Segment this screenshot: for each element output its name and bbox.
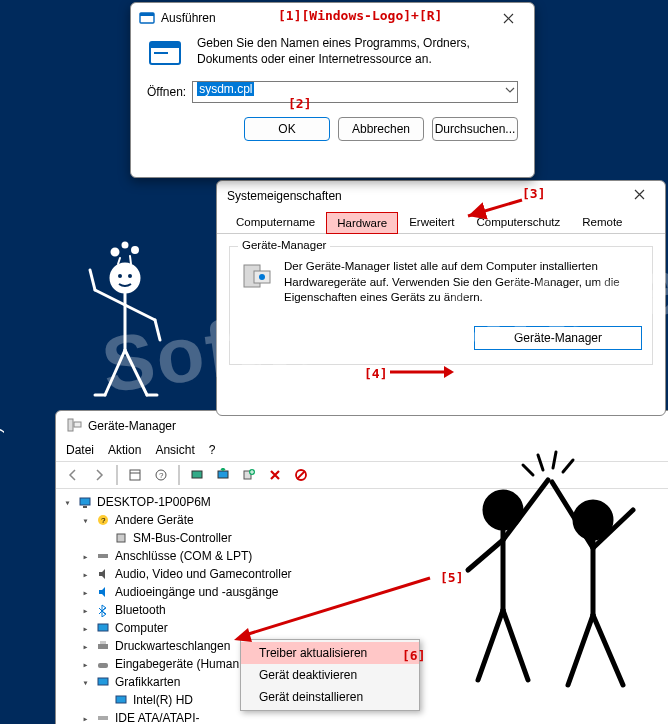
menu-ansicht[interactable]: Ansicht — [155, 443, 194, 457]
tab-computername[interactable]: Computername — [225, 211, 326, 233]
tool-properties[interactable] — [124, 465, 146, 485]
svg-rect-31 — [100, 641, 106, 644]
tool-update-driver[interactable] — [212, 465, 234, 485]
annotation-1: [1][Windows-Logo]+[R] — [278, 8, 442, 23]
svg-line-2 — [242, 578, 430, 636]
computer-icon — [77, 494, 93, 510]
svg-rect-6 — [150, 42, 180, 48]
close-button[interactable] — [623, 189, 655, 203]
svg-rect-30 — [98, 644, 108, 649]
run-description: Geben Sie den Namen eines Programms, Ord… — [197, 35, 518, 73]
svg-rect-32 — [98, 663, 108, 668]
svg-point-54 — [128, 274, 132, 278]
expand-icon[interactable]: ▸ — [80, 621, 91, 636]
menu-hilfe[interactable]: ? — [209, 443, 216, 457]
annotation-5: [5] — [440, 570, 463, 585]
svg-point-53 — [118, 274, 122, 278]
svg-rect-24 — [83, 506, 87, 508]
stick-figure-2-icon — [448, 440, 658, 700]
device-manager-button[interactable]: Geräte-Manager — [474, 326, 642, 350]
annotation-2: [2] — [288, 96, 311, 111]
svg-line-22 — [297, 471, 305, 479]
svg-line-58 — [468, 540, 503, 570]
svg-line-52 — [130, 256, 131, 264]
expand-icon[interactable]: ▸ — [80, 567, 91, 582]
annotation-6: [6] — [402, 648, 425, 663]
tool-add-device[interactable] — [238, 465, 260, 485]
svg-point-49 — [133, 248, 138, 253]
close-button[interactable] — [490, 6, 526, 30]
svg-rect-29 — [98, 624, 108, 631]
tab-hardware[interactable]: Hardware — [326, 212, 398, 234]
svg-line-67 — [538, 455, 543, 470]
expand-icon[interactable]: ▸ — [80, 639, 91, 654]
svg-line-69 — [563, 460, 573, 472]
svg-rect-13 — [130, 470, 140, 480]
group-text: Der Geräte-Manager listet alle auf dem C… — [284, 259, 642, 306]
ide-icon — [95, 710, 111, 724]
tree-label: Druckwarteschlangen — [115, 637, 230, 655]
tree-label: Computer — [115, 619, 168, 637]
svg-line-44 — [105, 350, 125, 395]
bluetooth-icon — [95, 602, 111, 618]
run-dialog-title: Ausführen — [161, 11, 216, 25]
svg-line-60 — [503, 610, 528, 680]
tool-back[interactable] — [62, 465, 84, 485]
cancel-button[interactable]: Abbrechen — [338, 117, 424, 141]
chevron-down-icon[interactable] — [505, 84, 515, 98]
expand-icon[interactable]: ▸ — [80, 657, 91, 672]
audio-io-icon — [95, 584, 111, 600]
svg-rect-4 — [140, 13, 154, 16]
audio-icon — [95, 566, 111, 582]
port-icon — [95, 548, 111, 564]
collapse-icon[interactable]: ▾ — [80, 675, 91, 690]
expand-icon[interactable]: ▸ — [80, 711, 91, 725]
svg-line-0 — [468, 200, 522, 216]
svg-line-42 — [125, 305, 155, 320]
close-icon — [503, 13, 514, 24]
run-body-icon — [147, 35, 185, 73]
tool-scan-monitor[interactable] — [186, 465, 208, 485]
tool-disable[interactable] — [290, 465, 312, 485]
expand-icon[interactable]: ▸ — [80, 549, 91, 564]
tool-forward[interactable] — [88, 465, 110, 485]
collapse-icon[interactable]: ▾ — [62, 495, 73, 510]
collapse-icon[interactable]: ▾ — [80, 513, 91, 528]
unknown-device-icon: ? — [95, 512, 111, 528]
arrow-3 — [460, 196, 530, 226]
browse-button[interactable]: Durchsuchen... — [432, 117, 518, 141]
menu-datei[interactable]: Datei — [66, 443, 94, 457]
tree-label: Bluetooth — [115, 601, 166, 619]
svg-line-45 — [125, 350, 147, 395]
tab-remote[interactable]: Remote — [571, 211, 633, 233]
expand-icon[interactable]: ▸ — [80, 585, 91, 600]
tree-ide[interactable]: ▸ IDE ATA/ATAPI- — [80, 709, 663, 724]
svg-rect-7 — [154, 52, 168, 54]
svg-line-66 — [593, 615, 623, 685]
sysprop-title: Systemeigenschaften — [227, 189, 342, 203]
menu-aktion[interactable]: Aktion — [108, 443, 141, 457]
svg-rect-23 — [80, 498, 90, 505]
run-input-value: sysdm.cpl — [197, 82, 254, 96]
expand-icon[interactable]: ▸ — [80, 603, 91, 618]
watermark-side: www.SoftwareOK.de :-) — [0, 426, 5, 634]
tree-label: IDE ATA/ATAPI- — [115, 709, 199, 724]
tree-label: SM-Bus-Controller — [133, 529, 232, 547]
svg-point-10 — [259, 274, 265, 280]
ctx-uninstall[interactable]: Gerät deinstallieren — [241, 686, 419, 708]
display-icon — [113, 692, 129, 708]
tool-uninstall[interactable] — [264, 465, 286, 485]
arrow-5 — [230, 570, 440, 650]
devmgr-title: Geräte-Manager — [88, 419, 176, 433]
svg-rect-12 — [74, 422, 81, 427]
svg-point-38 — [111, 264, 139, 292]
open-label: Öffnen: — [147, 85, 186, 99]
tree-root-label: DESKTOP-1P00P6M — [97, 493, 211, 511]
tool-help[interactable]: ? — [150, 465, 172, 485]
computer-icon — [95, 620, 111, 636]
tab-erweitert[interactable]: Erweitert — [398, 211, 465, 233]
run-input[interactable]: sysdm.cpl — [192, 81, 518, 103]
ctx-deactivate[interactable]: Gerät deaktivieren — [241, 664, 419, 686]
ok-button[interactable]: OK — [244, 117, 330, 141]
svg-text:?: ? — [159, 471, 164, 480]
